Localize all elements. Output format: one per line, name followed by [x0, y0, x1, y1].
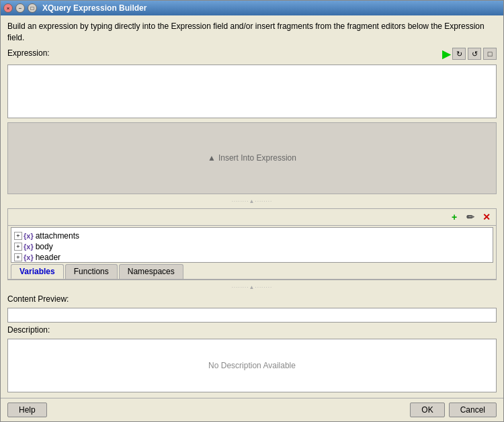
node-icon: {x} — [24, 232, 34, 240]
tree-item-label: attachments — [36, 231, 79, 241]
page-button[interactable]: □ — [483, 48, 497, 60]
drag-handle-bottom[interactable]: ········▲········ — [7, 284, 497, 290]
node-icon: {x} — [24, 243, 34, 251]
main-window: × − □ XQuery Expression Builder Build an… — [0, 0, 504, 422]
tree-item-header[interactable]: + {x} header — [14, 252, 490, 263]
toolbar-icons: ▶ ↻ ↺ □ — [442, 48, 497, 60]
tree-item-attachments[interactable]: + {x} attachments — [14, 230, 490, 241]
maximize-button[interactable]: □ — [28, 3, 37, 13]
no-description-text: No Description Available — [208, 361, 296, 370]
expand-icon[interactable]: + — [14, 232, 22, 240]
delete-item-button[interactable]: ✕ — [480, 210, 493, 224]
expression-input[interactable] — [7, 65, 497, 118]
tree-view[interactable]: + {x} attachments + {x} body + {x} heade… — [11, 227, 493, 263]
minimize-icon: − — [19, 5, 22, 11]
drag-handle-top[interactable]: ········▲········ — [7, 198, 497, 204]
window-title: XQuery Expression Builder — [42, 3, 146, 13]
title-bar: × − □ XQuery Expression Builder — [1, 1, 503, 15]
add-item-button[interactable]: + — [448, 210, 461, 224]
tab-namespaces[interactable]: Namespaces — [119, 264, 183, 279]
close-icon: × — [7, 5, 10, 11]
node-icon: {x} — [24, 253, 34, 261]
main-content: Build an expression by typing directly i… — [1, 15, 503, 398]
content-preview-field — [7, 308, 497, 323]
redo-button[interactable]: ↺ — [468, 48, 481, 60]
description-area: No Description Available — [7, 339, 497, 392]
fragment-toolbar: + ✏ ✕ — [8, 209, 496, 226]
tabs-row: Variables Functions Namespaces — [8, 264, 496, 280]
close-button[interactable]: × — [3, 3, 13, 13]
insert-arrow-icon: ▲ — [208, 153, 216, 163]
undo-button[interactable]: ↻ — [452, 48, 466, 60]
content-preview-label: Content Preview: — [7, 294, 497, 304]
redo-icon: ↺ — [472, 50, 478, 58]
edit-item-button[interactable]: ✏ — [464, 210, 477, 224]
plus-icon: + — [452, 212, 457, 222]
help-button[interactable]: Help — [7, 403, 47, 417]
page-icon: □ — [488, 50, 493, 58]
bottom-bar: Help OK Cancel — [1, 398, 503, 421]
expression-label: Expression: — [7, 48, 50, 58]
tree-item-body[interactable]: + {x} body — [14, 241, 490, 252]
tab-functions[interactable]: Functions — [65, 264, 118, 279]
insert-expression-button[interactable]: ▲ Insert Into Expression — [7, 122, 497, 194]
expression-toolbar-row: Expression: ▶ ↻ ↺ □ — [7, 48, 497, 60]
cancel-button[interactable]: Cancel — [449, 403, 497, 417]
expand-icon[interactable]: + — [14, 243, 22, 251]
run-button[interactable]: ▶ — [442, 48, 450, 60]
undo-icon: ↻ — [456, 50, 462, 58]
instruction-text: Build an expression by typing directly i… — [7, 21, 497, 44]
description-label: Description: — [7, 325, 497, 335]
ok-button[interactable]: OK — [410, 403, 444, 417]
tab-variables-label: Variables — [19, 267, 55, 276]
expand-icon[interactable]: + — [14, 253, 22, 261]
tab-functions-label: Functions — [74, 267, 109, 276]
delete-icon: ✕ — [482, 212, 491, 222]
bottom-section: Content Preview: Description: No Descrip… — [7, 294, 497, 392]
minimize-button[interactable]: − — [15, 3, 25, 13]
insert-btn-label: Insert Into Expression — [218, 153, 296, 163]
tab-namespaces-label: Namespaces — [128, 267, 175, 276]
tree-item-label: body — [36, 242, 53, 251]
tab-variables[interactable]: Variables — [11, 264, 64, 279]
pencil-icon: ✏ — [466, 212, 474, 222]
fragment-panel: + ✏ ✕ + {x} attachments + { — [7, 208, 497, 280]
maximize-icon: □ — [31, 5, 34, 11]
tree-item-label: header — [36, 253, 60, 262]
